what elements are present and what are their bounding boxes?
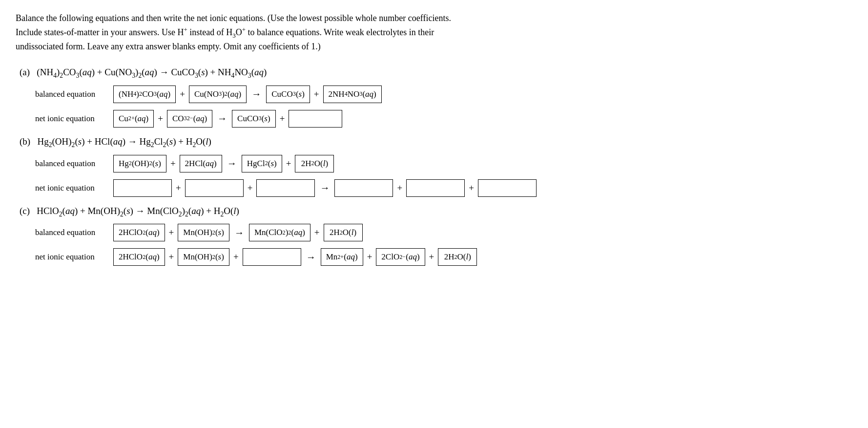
balanced-label-c: balanced equation bbox=[35, 228, 113, 237]
plus-op-c2: + bbox=[314, 227, 320, 238]
netionic-b-box5-empty[interactable] bbox=[406, 179, 465, 197]
section-c-equation: HClO2(aq) + Mn(OH)2(s) → Mn(ClO2)2(aq) +… bbox=[37, 206, 239, 216]
netionic-c-box4[interactable]: Mn2+(aq) bbox=[321, 248, 363, 266]
arrow-a2: → bbox=[217, 113, 227, 124]
balanced-c-box3[interactable]: Mn(ClO2)2(aq) bbox=[249, 224, 310, 241]
netionic-b-box3-empty[interactable] bbox=[256, 179, 315, 197]
netionic-label-c: net ionic equation bbox=[35, 252, 113, 262]
plus-op-b3: + bbox=[176, 183, 181, 193]
balanced-a-box4[interactable]: 2NH4NO3(aq) bbox=[323, 86, 382, 103]
instruction-line3: undissociated form. Leave any extra answ… bbox=[16, 42, 321, 51]
netionic-a-box4-empty[interactable] bbox=[289, 110, 342, 128]
netionic-c-box6[interactable]: 2H2O(l) bbox=[438, 248, 477, 266]
netionic-b-box4-empty[interactable] bbox=[334, 179, 393, 197]
balanced-b-box3[interactable]: HgCl2(s) bbox=[242, 155, 282, 172]
balanced-c-box4[interactable]: 2H2O(l) bbox=[324, 224, 363, 241]
plus-op-c1: + bbox=[169, 227, 174, 238]
balanced-a-box1[interactable]: (NH4)2CO3(aq) bbox=[113, 86, 176, 103]
plus-op-a2: + bbox=[314, 89, 319, 100]
plus-op-b6: + bbox=[469, 183, 474, 193]
plus-op-c5: + bbox=[367, 252, 372, 262]
instruction-line1: Balance the following equations and then… bbox=[16, 13, 451, 23]
section-a: (a) (NH4)2CO3(aq) + Cu(NO3)2(aq) → CuCO3… bbox=[16, 67, 852, 128]
netionic-label-b: net ionic equation bbox=[35, 183, 113, 193]
section-b-label: (b) bbox=[20, 136, 35, 147]
netionic-c-box1[interactable]: 2HClO2(aq) bbox=[113, 248, 165, 266]
plus-op-b5: + bbox=[397, 183, 402, 193]
section-b-netionic-row: net ionic equation + + → + + bbox=[35, 179, 852, 197]
section-c-netionic-row: net ionic equation 2HClO2(aq) + Mn(OH)2(… bbox=[35, 248, 852, 266]
arrow-b2: → bbox=[320, 182, 330, 193]
section-c-balanced-row: balanced equation 2HClO2(aq) + Mn(OH)2(s… bbox=[35, 224, 852, 241]
section-b-equation: Hg2(OH)2(s) + HCl(aq) → Hg2Cl2(s) + H2O(… bbox=[37, 136, 211, 147]
balanced-b-box1[interactable]: Hg2(OH)2(s) bbox=[113, 155, 166, 172]
section-a-label: (a) bbox=[20, 67, 35, 77]
instructions: Balance the following equations and then… bbox=[16, 12, 846, 53]
netionic-label-a: net ionic equation bbox=[35, 114, 113, 124]
balanced-c-box1[interactable]: 2HClO2(aq) bbox=[113, 224, 165, 241]
netionic-b-box6-empty[interactable] bbox=[478, 179, 537, 197]
section-b-balanced-row: balanced equation Hg2(OH)2(s) + 2HCl(aq)… bbox=[35, 155, 852, 172]
balanced-label-a: balanced equation bbox=[35, 89, 113, 99]
balanced-b-box4[interactable]: 2H2O(l) bbox=[295, 155, 334, 172]
plus-op-a3: + bbox=[158, 113, 163, 124]
section-c-label: (c) bbox=[20, 206, 35, 216]
netionic-b-box2-empty[interactable] bbox=[185, 179, 244, 197]
netionic-a-box3[interactable]: CuCO3(s) bbox=[232, 110, 276, 128]
section-a-main: (a) (NH4)2CO3(aq) + Cu(NO3)2(aq) → CuCO3… bbox=[20, 67, 852, 80]
arrow-b: → bbox=[227, 158, 237, 169]
balanced-b-box2[interactable]: 2HCl(aq) bbox=[180, 155, 222, 172]
plus-op-a4: + bbox=[280, 113, 285, 124]
balanced-c-box2[interactable]: Mn(OH)2(s) bbox=[178, 224, 229, 241]
section-b-main: (b) Hg2(OH)2(s) + HCl(aq) → Hg2Cl2(s) + … bbox=[20, 136, 852, 149]
arrow-a: → bbox=[251, 88, 261, 100]
netionic-c-box2[interactable]: Mn(OH)2(s) bbox=[178, 248, 229, 266]
plus-op-b2: + bbox=[286, 158, 291, 169]
balanced-label-b: balanced equation bbox=[35, 159, 113, 169]
section-c-main: (c) HClO2(aq) + Mn(OH)2(s) → Mn(ClO2)2(a… bbox=[20, 206, 852, 218]
plus-op-c6: + bbox=[429, 252, 434, 262]
netionic-c-box3-empty[interactable] bbox=[243, 248, 301, 266]
plus-op-c3: + bbox=[169, 252, 174, 262]
netionic-b-box1-empty[interactable] bbox=[113, 179, 172, 197]
section-a-equation: (NH4)2CO3(aq) + Cu(NO3)2(aq) → CuCO3(s) … bbox=[37, 67, 267, 77]
balanced-a-box2[interactable]: Cu(NO3)2(aq) bbox=[189, 86, 247, 103]
balanced-a-box3[interactable]: CuCO3(s) bbox=[266, 86, 310, 103]
plus-op-b4: + bbox=[248, 183, 253, 193]
plus-op-a1: + bbox=[180, 89, 185, 100]
netionic-c-box5[interactable]: 2ClO2−(aq) bbox=[376, 248, 425, 266]
section-a-netionic-row: net ionic equation Cu2+(aq) + CO32−(aq) … bbox=[35, 110, 852, 128]
section-b: (b) Hg2(OH)2(s) + HCl(aq) → Hg2Cl2(s) + … bbox=[16, 136, 852, 197]
arrow-c: → bbox=[234, 227, 244, 238]
section-c: (c) HClO2(aq) + Mn(OH)2(s) → Mn(ClO2)2(a… bbox=[16, 206, 852, 266]
netionic-a-box2[interactable]: CO32−(aq) bbox=[167, 110, 212, 128]
plus-op-b1: + bbox=[170, 158, 176, 169]
plus-op-c4: + bbox=[233, 252, 239, 262]
instruction-line2: Include states-of-matter in your answers… bbox=[16, 27, 434, 37]
arrow-c2: → bbox=[306, 252, 316, 263]
netionic-a-box1[interactable]: Cu2+(aq) bbox=[113, 110, 154, 128]
section-a-balanced-row: balanced equation (NH4)2CO3(aq) + Cu(NO3… bbox=[35, 86, 852, 103]
